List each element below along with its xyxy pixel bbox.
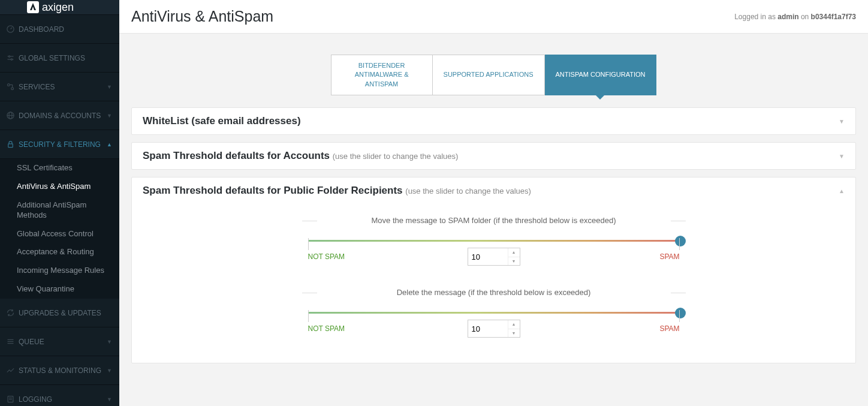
nav-label: DASHBOARD xyxy=(19,25,64,34)
panel-accounts-threshold-header[interactable]: Spam Threshold defaults for Accounts (us… xyxy=(132,143,855,169)
subnav-view-quarantine[interactable]: View Quarantine xyxy=(0,280,119,299)
nav-label: STATUS & MONITORING xyxy=(19,366,101,375)
svg-point-5 xyxy=(8,56,10,58)
tab-antispam-configuration[interactable]: ANTISPAM CONFIGURATION xyxy=(545,55,657,95)
panel-whitelist: WhiteList (safe email addresses) ▼ xyxy=(131,107,856,135)
content: BITDEFENDER ANTIMALWARE & ANTISPAM SUPPO… xyxy=(119,34,868,383)
tab-supported-applications[interactable]: SUPPORTED APPLICATIONS xyxy=(433,55,545,95)
nav-upgrades[interactable]: UPGRADES & UPDATES xyxy=(0,299,119,327)
spinner-buttons: ▲ ▼ xyxy=(508,320,520,337)
svg-rect-12 xyxy=(8,144,13,148)
chevron-up-icon: ▲ xyxy=(839,188,845,194)
panel-accounts-title: Spam Threshold defaults for Accounts (us… xyxy=(143,150,458,162)
nav-global-settings[interactable]: GLOBAL SETTINGS xyxy=(0,44,119,73)
panel-public-folder-threshold: Spam Threshold defaults for Public Folde… xyxy=(131,177,856,363)
panel-whitelist-title: WhiteList (safe email addresses) xyxy=(143,115,301,127)
spam-label: SPAM xyxy=(659,324,679,333)
spam-label: SPAM xyxy=(659,252,679,261)
sliders-icon xyxy=(6,53,15,62)
svg-point-6 xyxy=(11,59,13,61)
subnav-ssl[interactable]: SSL Certificates xyxy=(0,159,119,178)
sidebar-nav: DASHBOARD GLOBAL SETTINGS SERVICES ▼ DOM… xyxy=(0,15,119,406)
chevron-down-icon: ▼ xyxy=(839,118,845,125)
svg-text:axigen: axigen xyxy=(42,1,74,13)
slider-labels: NOT SPAM ▲ ▼ SPAM xyxy=(302,252,686,261)
nav-queue[interactable]: QUEUE ▼ xyxy=(0,327,119,356)
brand-logo[interactable]: axigen xyxy=(0,0,119,15)
logged-in-status: Logged in as admin on b0344f1a7f73 xyxy=(734,13,856,21)
nav-status-monitoring[interactable]: STATUS & MONITORING ▼ xyxy=(0,356,119,385)
slider-handle[interactable] xyxy=(675,236,686,246)
spinner-up[interactable]: ▲ xyxy=(508,320,520,329)
lock-icon xyxy=(6,140,15,149)
slider-handle[interactable] xyxy=(675,308,686,318)
svg-point-8 xyxy=(11,88,14,90)
threshold-delete: Delete the message (if the threshold bel… xyxy=(302,288,686,333)
nav-label: LOGGING xyxy=(19,395,52,404)
subnav-incoming-rules[interactable]: Incoming Message Rules xyxy=(0,261,119,280)
subnav-additional-antispam[interactable]: Additional AntiSpam Methods xyxy=(0,196,119,225)
spinner-down[interactable]: ▼ xyxy=(508,329,520,338)
spinner-up[interactable]: ▲ xyxy=(508,248,520,257)
logged-in-user: admin xyxy=(777,13,798,21)
panel-public-folder-body: Move the message to SPAM folder (if the … xyxy=(132,204,855,363)
slider-track xyxy=(308,240,680,242)
slider-labels: NOT SPAM ▲ ▼ SPAM xyxy=(302,324,686,333)
header: AntiVirus & AntiSpam Logged in as admin … xyxy=(119,0,868,34)
threshold-move-to-spam: Move the message to SPAM folder (if the … xyxy=(302,216,686,261)
panel-whitelist-header[interactable]: WhiteList (safe email addresses) ▼ xyxy=(132,108,855,134)
threshold-label: Move the message to SPAM folder (if the … xyxy=(302,216,686,225)
nav-label: SERVICES xyxy=(19,83,55,91)
subnav-global-access-control[interactable]: Global Access Control xyxy=(0,225,119,243)
spinner-buttons: ▲ ▼ xyxy=(508,248,520,265)
not-spam-label: NOT SPAM xyxy=(308,252,345,261)
subnav-antivirus-antispam[interactable]: AntiVirus & AntiSpam xyxy=(0,178,119,196)
chart-icon xyxy=(6,366,15,375)
chevron-down-icon: ▼ xyxy=(839,153,845,160)
page-title: AntiVirus & AntiSpam xyxy=(131,8,273,25)
chevron-down-icon: ▼ xyxy=(107,396,112,402)
panel-public-folder-threshold-header[interactable]: Spam Threshold defaults for Public Folde… xyxy=(132,178,855,204)
subnav-security: SSL Certificates AntiVirus & AntiSpam Ad… xyxy=(0,159,119,299)
threshold-value-spinner[interactable]: ▲ ▼ xyxy=(468,320,520,338)
logged-in-host: b0344f1a7f73 xyxy=(811,13,856,21)
main: AntiVirus & AntiSpam Logged in as admin … xyxy=(119,0,868,406)
log-icon xyxy=(6,395,15,404)
slider-track xyxy=(308,312,680,314)
globe-icon xyxy=(6,111,15,120)
refresh-icon xyxy=(6,308,15,317)
chevron-down-icon: ▼ xyxy=(107,339,112,345)
sidebar: axigen DASHBOARD GLOBAL SETTINGS SERVICE… xyxy=(0,0,119,406)
spinner-down[interactable]: ▼ xyxy=(508,257,520,266)
chevron-down-icon: ▼ xyxy=(107,84,112,90)
nav-services[interactable]: SERVICES ▼ xyxy=(0,73,119,101)
nav-logging[interactable]: LOGGING ▼ xyxy=(0,385,119,406)
nav-domains-accounts[interactable]: DOMAINS & ACCOUNTS ▼ xyxy=(0,101,119,130)
threshold-value-input[interactable] xyxy=(468,320,508,337)
not-spam-label: NOT SPAM xyxy=(308,324,345,333)
nav-label: DOMAINS & ACCOUNTS xyxy=(19,112,101,120)
services-icon xyxy=(6,82,15,91)
nav-dashboard[interactable]: DASHBOARD xyxy=(0,15,119,44)
chevron-up-icon: ▲ xyxy=(107,142,112,148)
threshold-value-input[interactable] xyxy=(468,248,508,265)
panel-accounts-threshold: Spam Threshold defaults for Accounts (us… xyxy=(131,142,856,170)
threshold-value-spinner[interactable]: ▲ ▼ xyxy=(468,248,520,266)
nav-security-filtering[interactable]: SECURITY & FILTERING ▲ xyxy=(0,130,119,159)
chevron-down-icon: ▼ xyxy=(107,113,112,119)
threshold-slider[interactable] xyxy=(308,312,680,314)
nav-label: QUEUE xyxy=(19,338,44,346)
dashboard-icon xyxy=(6,25,15,34)
threshold-label: Delete the message (if the threshold bel… xyxy=(302,288,686,297)
queue-icon xyxy=(6,337,15,346)
tabs: BITDEFENDER ANTIMALWARE & ANTISPAM SUPPO… xyxy=(131,55,856,95)
nav-label: GLOBAL SETTINGS xyxy=(19,54,85,62)
subnav-acceptance-routing[interactable]: Acceptance & Routing xyxy=(0,243,119,261)
nav-label: SECURITY & FILTERING xyxy=(19,140,101,149)
panel-public-folder-title: Spam Threshold defaults for Public Folde… xyxy=(143,185,531,197)
svg-point-7 xyxy=(8,84,10,86)
tab-bitdefender[interactable]: BITDEFENDER ANTIMALWARE & ANTISPAM xyxy=(331,55,433,95)
chevron-down-icon: ▼ xyxy=(107,368,112,374)
threshold-slider[interactable] xyxy=(308,240,680,242)
nav-label: UPGRADES & UPDATES xyxy=(19,309,101,317)
